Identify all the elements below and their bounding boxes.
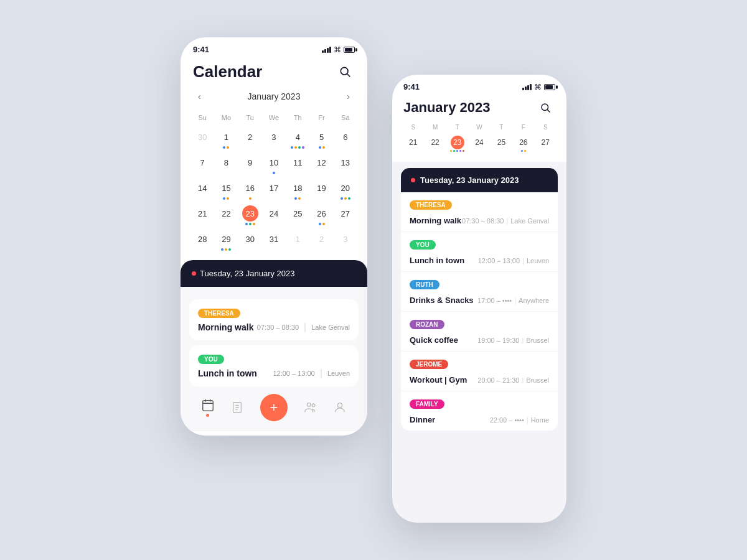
search-button-left[interactable] — [335, 62, 355, 82]
right-event-time-6: 22:00 – •••• — [490, 416, 524, 424]
signal-icon — [322, 47, 331, 53]
wifi-icon-right: ⌘ — [534, 83, 542, 91]
right-event-meta-6: 22:00 – •••• | Home — [490, 416, 549, 424]
date-dot — [192, 271, 196, 276]
mini-cal-day-25[interactable]: 25 — [491, 134, 512, 153]
event-location: Lake Genval — [311, 324, 350, 331]
selected-date-left: Tuesday, 23 January 2023 — [192, 269, 356, 278]
event-card-1[interactable]: THERESA Morning walk 07:30 – 08:30 | Lak… — [189, 299, 359, 340]
cal-day[interactable]: 12 — [309, 152, 333, 177]
day-header-fr: Fr — [309, 111, 333, 126]
right-event-meta-3: 17:00 – •••• | Anywhere — [477, 297, 549, 304]
battery-icon-right — [544, 84, 555, 90]
right-event-time-1: 07:30 – 08:30 — [462, 217, 504, 225]
day-header-tu: Tu — [238, 111, 262, 126]
cal-day[interactable]: 4 — [286, 126, 309, 152]
cal-day[interactable]: 21 — [190, 203, 214, 228]
right-event-item-6[interactable]: FAMILY Dinner 22:00 – •••• | Home — [401, 391, 558, 431]
right-event-time-5: 20:00 – 21:30 — [477, 376, 519, 384]
cal-day[interactable]: 13 — [334, 152, 357, 177]
status-time-right: 9:41 — [403, 82, 420, 91]
svg-rect-2 — [203, 401, 214, 411]
cal-day[interactable]: 25 — [286, 203, 309, 228]
cal-day[interactable]: 22 — [214, 203, 238, 228]
cal-day[interactable]: 3 — [262, 126, 286, 152]
mini-cal-day-26[interactable]: 26 — [512, 134, 534, 153]
nav-people[interactable] — [304, 401, 317, 414]
cal-day[interactable]: 5 — [309, 126, 333, 152]
cal-day[interactable]: 27 — [334, 203, 357, 228]
right-event-item-3[interactable]: RUTH Drinks & Snacks 17:00 – •••• | Anyw… — [401, 272, 558, 312]
event-list-right: THERESA Morning walk 07:30 – 08:30 | Lak… — [401, 192, 558, 431]
day-header-mo: Mo — [214, 111, 238, 126]
cal-day[interactable]: 31 — [262, 228, 286, 254]
cal-day[interactable]: 29 — [214, 228, 238, 254]
event-time: 12:00 – 13:00 — [273, 370, 314, 377]
right-event-item-4[interactable]: ROZAN Quick coffee 19:00 – 19:30 | Bruss… — [401, 312, 558, 352]
cal-day[interactable]: 10 — [262, 152, 286, 177]
selected-date-right: Tuesday, 23 January 2023 — [420, 175, 519, 185]
cal-day[interactable]: 18 — [286, 177, 309, 203]
mini-day-header-f: F — [512, 124, 534, 134]
cal-day[interactable]: 7 — [190, 152, 214, 177]
next-month-button[interactable]: › — [342, 89, 355, 104]
event-time: 07:30 – 08:30 — [257, 324, 299, 331]
right-event-row-4: Quick coffee 19:00 – 19:30 | Brussel — [410, 335, 549, 345]
mini-cal-grid: S M T W T F S 21 22 23 24 25 26 27 — [402, 124, 557, 153]
mini-cal-day-21[interactable]: 21 — [402, 134, 424, 153]
cal-day[interactable]: 19 — [309, 177, 333, 203]
cal-day[interactable]: 11 — [286, 152, 309, 177]
cal-day[interactable]: 1 — [214, 126, 238, 152]
right-event-loc-2: Leuven — [527, 257, 549, 264]
cal-month-label: January 2023 — [248, 91, 301, 101]
app-header-left: Calendar — [181, 58, 367, 89]
cal-day[interactable]: 6 — [334, 126, 357, 152]
status-icons-left: ⌘ — [322, 45, 355, 54]
cal-day[interactable]: 17 — [262, 177, 286, 203]
event-card-2[interactable]: YOU Lunch in town 12:00 – 13:00 | Leuven — [189, 345, 359, 386]
cal-day[interactable]: 8 — [214, 152, 238, 177]
mini-day-header-m: M — [424, 124, 446, 134]
cal-day[interactable]: 2 — [309, 228, 333, 254]
cal-day[interactable]: 24 — [262, 203, 286, 228]
right-event-item-1[interactable]: THERESA Morning walk 07:30 – 08:30 | Lak… — [401, 192, 558, 232]
right-events-container: Tuesday, 23 January 2023 THERESA Morning… — [392, 168, 566, 431]
nav-tasks[interactable] — [230, 401, 244, 414]
mini-cal-day-24[interactable]: 24 — [468, 134, 490, 153]
cal-day[interactable]: 20 — [334, 177, 357, 203]
cal-day[interactable]: 14 — [190, 177, 214, 203]
svg-point-0 — [341, 67, 348, 75]
cal-day[interactable]: 9 — [238, 152, 262, 177]
cal-day[interactable]: 30 — [190, 126, 214, 152]
cal-day[interactable]: 1 — [286, 228, 309, 254]
svg-point-10 — [307, 403, 311, 407]
cal-day[interactable]: 26 — [309, 203, 333, 228]
mini-cal-day-23-today[interactable]: 23 — [446, 134, 468, 153]
right-date-header: Tuesday, 23 January 2023 — [401, 168, 558, 192]
nav-profile[interactable] — [333, 401, 347, 414]
right-event-row-6: Dinner 22:00 – •••• | Home — [410, 415, 549, 424]
mini-cal-day-22[interactable]: 22 — [424, 134, 446, 153]
right-event-name-5: Workout | Gym — [410, 375, 467, 385]
right-event-item-5[interactable]: JEROME Workout | Gym 20:00 – 21:30 | Bru… — [401, 352, 558, 391]
right-event-item-2[interactable]: YOU Lunch in town 12:00 – 13:00 | Leuven — [401, 232, 558, 272]
day-header-we: We — [262, 111, 286, 126]
mini-day-header-w: W — [468, 124, 490, 134]
mini-day-header-s2: S — [535, 124, 557, 134]
cal-day[interactable]: 30 — [238, 228, 262, 254]
event-meta: 12:00 – 13:00 | Leuven — [273, 368, 350, 379]
cal-day[interactable]: 3 — [334, 228, 357, 254]
search-button-right[interactable] — [535, 98, 555, 118]
right-event-name-3: Drinks & Snacks — [410, 296, 474, 305]
status-icons-right: ⌘ — [522, 83, 555, 91]
cal-day[interactable]: 15 — [214, 177, 238, 203]
mini-cal-day-27[interactable]: 27 — [535, 134, 557, 153]
nav-calendar[interactable] — [201, 398, 215, 417]
cal-day-today[interactable]: 23 — [238, 203, 262, 228]
cal-day[interactable]: 16 — [238, 177, 262, 203]
add-event-button[interactable]: + — [260, 394, 288, 421]
cal-day[interactable]: 28 — [190, 228, 214, 254]
mini-day-header-t2: T — [491, 124, 512, 134]
cal-day[interactable]: 2 — [238, 126, 262, 152]
prev-month-button[interactable]: ‹ — [193, 89, 206, 104]
